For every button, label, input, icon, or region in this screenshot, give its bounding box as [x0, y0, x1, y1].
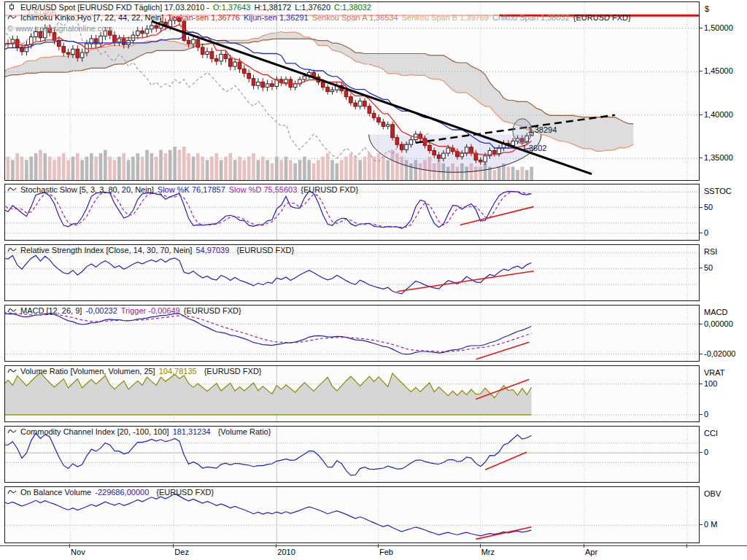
candlestick-icon [7, 4, 17, 12]
kijun-value: Kijun-sen 1,36291 [244, 13, 309, 22]
indicator-tick-label: 0 [704, 410, 708, 419]
indicator-tick-label: 100 [704, 379, 717, 388]
indicator-value-1: 181,31234 [173, 427, 211, 436]
chart-application: 1,382941,3602 1,51466 EUR/USD Spot [EURU… [0, 0, 747, 560]
time-axis-label: Dez [174, 548, 189, 556]
panel-obv[interactable]: On Balance Volume -229686,00000 {EURUSD … [4, 486, 700, 543]
time-axis-label: Apr [585, 548, 597, 556]
scope-label: {EURUSD FXD} [184, 306, 241, 315]
low-value: L:1,37620 [295, 3, 330, 12]
price-tick-label: 1,35000 [704, 153, 733, 162]
symbol-title: EUR/USD Spot [EURUSD FXD Täglich] 17.03.… [20, 3, 209, 12]
indicator-icon [7, 489, 17, 497]
axis-tick [700, 524, 703, 525]
indicator-value-1: 104,78135 [159, 367, 197, 376]
senkou-a-value: Senkou Span A 1,36534 [312, 13, 398, 22]
scope-label: {EURUSD FXD} [301, 185, 358, 194]
axis-tick [700, 384, 703, 384]
axis-tick [700, 324, 703, 324]
panel-axis-name: CCI [704, 429, 718, 438]
svg-text:1,3602: 1,3602 [522, 144, 547, 152]
indicator-value-1: 54,97039 [196, 246, 229, 254]
high-value: H:1,38172 [254, 3, 291, 12]
axis-tick [700, 207, 703, 208]
indicator-tick-label: 0 [704, 228, 708, 237]
axis-tick [700, 28, 703, 28]
senkou-b-value: Senkou Span B 1,39769 [402, 13, 489, 22]
axis-tick [700, 414, 703, 415]
indicator-value-2: Slow %D 75,55603 [229, 185, 298, 194]
time-axis-label: Nov [71, 548, 85, 556]
indicator-icon [7, 307, 17, 315]
currency-unit-label: $ [705, 4, 709, 13]
open-value: O:1,37643 [213, 3, 250, 12]
axis-separator [0, 545, 747, 546]
price-tick-label: 1,45000 [704, 66, 733, 75]
indicator-icon [7, 246, 17, 254]
price-tick-label: 1,50000 [704, 23, 733, 32]
panel-macd[interactable]: MACD [12, 26, 9] -0,00232 Trigger -0,006… [4, 305, 700, 362]
tenkan-value: Tenkan-sen 1,36776 [167, 13, 240, 22]
time-axis-label: Mrz [481, 548, 495, 556]
axis-tick [700, 452, 703, 453]
indicator-title: Volume Ratio [Volumen, Volumen, 25] [20, 367, 155, 376]
price-tick-label: 1,40000 [704, 110, 733, 119]
watermark: © www.tradesignalonline.com [7, 24, 112, 33]
scope-label: {EURUSD FXD} [573, 13, 631, 22]
ichimoku-title: Ichimoku Kinko Hyo [7, 22, 44, 22, Nein] [20, 13, 163, 22]
scope-label: {EURUSD FXD} [204, 367, 262, 376]
scope-label: {EURUSD FXD} [156, 488, 214, 497]
indicator-icon [7, 428, 17, 436]
indicator-tick-label: 0 M [704, 520, 717, 529]
indicator-title: Stochastic Slow [5, 3, 3, 80, 20, Nein] [20, 185, 154, 194]
indicator-value-1: -0,00232 [85, 306, 117, 315]
svg-text:1,38294: 1,38294 [528, 125, 557, 134]
indicator-tick-label: 0 [704, 448, 708, 456]
panel-axis-name: MACD [704, 308, 727, 316]
indicator-title: Relative Strength Index [Close, 14, 30, … [20, 246, 192, 254]
indicator-tick-label: 0,00000 [704, 319, 733, 328]
main-chart-panel[interactable]: 1,382941,3602 1,51466 EUR/USD Spot [EURU… [4, 1, 700, 181]
axis-tick [700, 71, 703, 71]
indicator-title: MACD [12, 26, 9] [20, 306, 82, 315]
indicator-value-1: Slow %K 76,17857 [158, 185, 225, 194]
indicator-title: On Balance Volume [20, 488, 91, 497]
panel-rsi[interactable]: Relative Strength Index [Close, 14, 30, … [4, 244, 700, 301]
panel-stochastic[interactable]: Stochastic Slow [5, 3, 3, 80, 20, Nein] … [4, 184, 700, 241]
close-value: C:1,38032 [334, 3, 371, 12]
panel-volume-ratio[interactable]: Volume Ratio [Volumen, Volumen, 25] 104,… [4, 365, 700, 422]
indicator-icon [7, 14, 17, 22]
indicator-title: Commodity Channel Index [20, -100, 100] [20, 427, 169, 436]
axis-tick [700, 354, 703, 354]
indicator-tick-label: 50 [704, 203, 713, 211]
indicator-tick-label: -0,02000 [704, 349, 735, 358]
panel-axis-name: RSI [704, 247, 717, 256]
panel-axis-name: OBV [704, 489, 721, 498]
time-axis-label: 2010 [277, 548, 295, 556]
axis-tick [700, 268, 703, 268]
axis-tick [700, 233, 703, 233]
chikou-value: Chikou Span 1,38032 [492, 13, 570, 22]
indicator-value-2: Trigger -0,00649 [121, 306, 180, 315]
scope-label: {EURUSD FXD} [236, 246, 294, 254]
panel-cci[interactable]: Commodity Channel Index [20, -100, 100] … [4, 426, 700, 483]
indicator-icon [7, 368, 17, 376]
time-axis-label: Feb [379, 548, 393, 556]
axis-tick [700, 158, 703, 158]
indicator-tick-label: 50 [704, 263, 713, 272]
scope-label: {Volume Ratio} [218, 427, 271, 436]
panel-axis-name: SSTOC [704, 187, 732, 195]
indicator-value-1: -229686,00000 [95, 488, 149, 497]
indicator-icon [7, 186, 17, 194]
axis-tick [700, 114, 703, 115]
panel-axis-name: VRAT [704, 368, 725, 377]
